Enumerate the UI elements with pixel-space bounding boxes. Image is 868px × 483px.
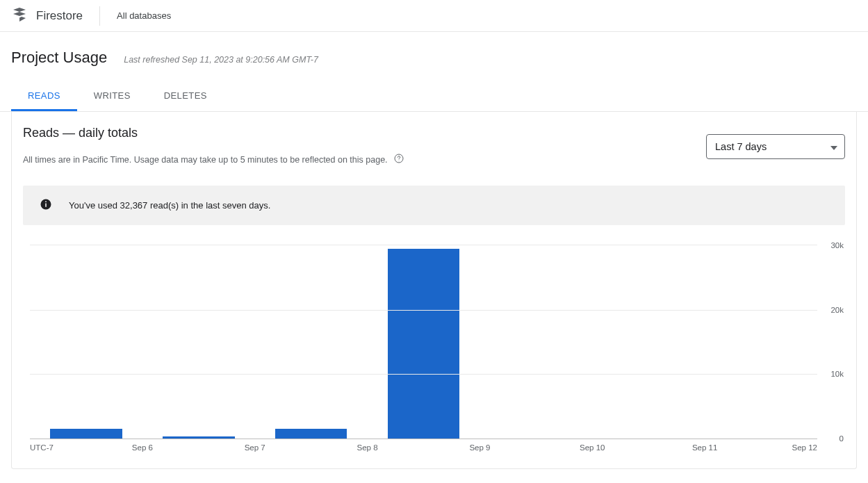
x-tick-label: UTC-7 bbox=[30, 443, 54, 452]
bar-slot bbox=[255, 245, 368, 439]
tabs: READS WRITES DELETES bbox=[0, 82, 868, 112]
x-tick-label: Sep 8 bbox=[357, 443, 378, 452]
svg-rect-3 bbox=[45, 204, 47, 207]
y-tick-label: 10k bbox=[830, 370, 844, 378]
x-tick-label: Sep 10 bbox=[580, 443, 605, 452]
help-icon[interactable] bbox=[393, 153, 404, 166]
svg-rect-4 bbox=[45, 202, 47, 203]
x-tick-label: Sep 12 bbox=[792, 443, 817, 452]
card-heading: Reads — daily totals bbox=[23, 126, 404, 140]
y-tick-label: 0 bbox=[840, 434, 844, 443]
usage-banner: You've used 32,367 read(s) in the last s… bbox=[23, 186, 845, 225]
chevron-down-icon bbox=[830, 141, 837, 152]
bar-slot bbox=[368, 245, 480, 439]
bars bbox=[30, 245, 817, 439]
bar bbox=[388, 249, 460, 439]
plot-area: 010k20k30k bbox=[30, 245, 817, 439]
topbar: Firestore All databases bbox=[0, 0, 868, 32]
bar-slot bbox=[142, 245, 255, 439]
gridline bbox=[30, 310, 817, 311]
x-tick-label: Sep 6 bbox=[132, 443, 153, 452]
svg-point-1 bbox=[398, 161, 399, 161]
title-row: Project Usage Last refreshed Sep 11, 202… bbox=[0, 32, 868, 69]
tab-reads[interactable]: READS bbox=[11, 82, 77, 111]
chart-plot: 010k20k30k bbox=[30, 245, 817, 439]
banner-text: You've used 32,367 read(s) in the last s… bbox=[69, 200, 270, 211]
note-text: All times are in Pacific Time. Usage dat… bbox=[23, 155, 388, 165]
x-tick-label: Sep 7 bbox=[245, 443, 265, 452]
usage-card: Reads — daily totals All times are in Pa… bbox=[11, 112, 857, 469]
firestore-icon bbox=[11, 6, 28, 25]
x-tick-label: Sep 11 bbox=[692, 443, 717, 452]
page-title: Project Usage bbox=[11, 49, 107, 67]
bar-slot bbox=[705, 245, 817, 439]
bar-slot bbox=[480, 245, 592, 439]
breadcrumb[interactable]: All databases bbox=[117, 10, 171, 21]
x-tick-label: Sep 9 bbox=[469, 443, 490, 452]
last-refreshed: Last refreshed Sep 11, 2023 at 9:20:56 A… bbox=[124, 55, 318, 65]
brand-text: Firestore bbox=[36, 9, 83, 23]
note-row: All times are in Pacific Time. Usage dat… bbox=[23, 153, 404, 166]
bar-slot bbox=[30, 245, 142, 439]
bar bbox=[163, 436, 235, 439]
bar-slot bbox=[592, 245, 705, 439]
gridline bbox=[30, 374, 817, 375]
y-tick-label: 30k bbox=[830, 241, 844, 249]
tab-deletes[interactable]: DELETES bbox=[147, 82, 224, 111]
divider bbox=[99, 6, 100, 26]
tab-writes[interactable]: WRITES bbox=[77, 82, 147, 111]
chart: 010k20k30k UTC-7Sep 6Sep 7Sep 8Sep 9Sep … bbox=[23, 245, 845, 457]
brand: Firestore bbox=[11, 0, 99, 31]
time-range-dropdown[interactable]: Last 7 days bbox=[706, 134, 845, 159]
time-range-value: Last 7 days bbox=[715, 141, 767, 152]
x-axis: UTC-7Sep 6Sep 7Sep 8Sep 9Sep 10Sep 11Sep… bbox=[30, 443, 817, 457]
info-icon bbox=[40, 198, 52, 213]
y-tick-label: 20k bbox=[830, 306, 844, 314]
card-header: Reads — daily totals All times are in Pa… bbox=[23, 126, 845, 166]
bar bbox=[275, 429, 347, 439]
bar bbox=[50, 429, 122, 439]
